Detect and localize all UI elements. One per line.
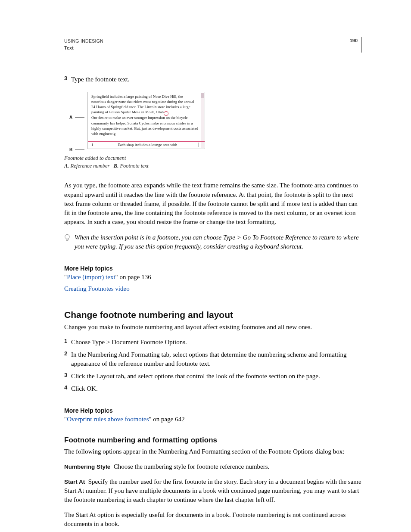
- figure-footnote-text: Each shop includes a lounge area with: [100, 143, 199, 147]
- figure-para1: Springfield includes a large painting of…: [91, 94, 194, 114]
- step-text: Choose Type > Document Footnote Options.: [71, 338, 187, 347]
- link-overprint-rules[interactable]: Overprint rules above footnotes: [67, 416, 149, 423]
- step-text: Type the footnote text.: [71, 75, 130, 84]
- section3-after-para: The Start At option is especially useful…: [64, 510, 361, 529]
- svg-point-0: [65, 234, 69, 239]
- figure-textframe: Springfield includes a large painting of…: [87, 92, 205, 149]
- page-header: USING INDESIGN Text 190: [64, 38, 361, 53]
- header-section: Text: [64, 45, 103, 52]
- body-paragraph: As you type, the footnote area expands w…: [64, 181, 361, 227]
- callout-a: A: [69, 115, 84, 120]
- more-help-heading-2: More Help topics: [64, 407, 361, 414]
- step-number: 3: [64, 75, 71, 84]
- more-help-heading: More Help topics: [64, 265, 361, 272]
- heading-footnote-options: Footnote numbering and formatting option…: [64, 436, 361, 445]
- lightbulb-icon: [64, 233, 71, 251]
- help-link-line-1: "Place (import) text" on page 136: [64, 274, 361, 281]
- step-3: 3 Type the footnote text.: [64, 75, 361, 84]
- link-creating-footnotes-video[interactable]: Creating Footnotes video: [64, 285, 130, 292]
- caption-b-label: B.: [114, 163, 118, 169]
- tip: When the insertion point is in a footnot…: [64, 233, 361, 251]
- header-doc-title: USING INDESIGN: [64, 38, 103, 45]
- figure-footnote-area: 1 Each shop includes a lounge area with: [88, 141, 205, 149]
- list-item: 2In the Numbering And Formatting tab, se…: [64, 350, 361, 368]
- option-label: Numbering Style: [64, 464, 110, 470]
- page: USING INDESIGN Text 190 3 Type the footn…: [0, 0, 411, 532]
- step-text: Click the Layout tab, and select options…: [71, 372, 320, 381]
- section2-intro: Changes you make to footnote numbering a…: [64, 323, 361, 332]
- callout-b: B: [69, 147, 84, 152]
- figure-footnote-number: 1: [91, 143, 93, 147]
- link-place-import-text[interactable]: Place (import) text: [67, 274, 115, 280]
- step-number: 1: [64, 338, 71, 347]
- step-number: 4: [64, 384, 71, 393]
- help-link-line-3: "Overprint rules above footnotes" on pag…: [64, 416, 361, 423]
- header-left: USING INDESIGN Text: [64, 38, 103, 52]
- caption-b-text: Footnote text: [120, 163, 148, 169]
- option-text: Specify the number used for the first fo…: [64, 478, 361, 503]
- step-text: Click OK.: [71, 384, 98, 393]
- tip-text: When the insertion point is in a footnot…: [75, 233, 361, 251]
- caption-title: Footnote added to document: [64, 155, 126, 161]
- heading-change-footnote: Change footnote numbering and layout: [64, 310, 361, 320]
- callout-a-letter: A: [69, 115, 72, 120]
- option-text: Choose the numbering style for footnote …: [114, 463, 270, 470]
- callout-b-letter: B: [69, 147, 72, 152]
- caption-a-label: A.: [64, 163, 69, 169]
- figure: A B Springfield includes a large paintin…: [64, 92, 361, 170]
- callout-tick: [75, 117, 84, 118]
- link-suffix: " on page 642: [149, 416, 185, 423]
- page-number: 190: [350, 38, 361, 43]
- section3-intro: The following options appear in the Numb…: [64, 447, 361, 456]
- help-link-line-2: Creating Footnotes video: [64, 285, 361, 292]
- figure-body-text: Springfield includes a large painting of…: [88, 92, 205, 138]
- caption-a-text: Reference number: [71, 163, 110, 169]
- list-item: 1Choose Type > Document Footnote Options…: [64, 338, 361, 347]
- option-start-at: Start At Specify the number used for the…: [64, 477, 361, 504]
- step-text: In the Numbering And Formatting tab, sel…: [71, 350, 361, 368]
- link-suffix: " on page 136: [115, 274, 151, 280]
- figure-para2: Our desire to make an ever stronger impr…: [91, 115, 198, 135]
- figure-scrollbar: [201, 93, 204, 148]
- list-item: 4Click OK.: [64, 384, 361, 393]
- section2-steps: 1Choose Type > Document Footnote Options…: [64, 338, 361, 393]
- option-numbering-style: Numbering Style Choose the numbering sty…: [64, 462, 361, 471]
- list-item: 3Click the Layout tab, and select option…: [64, 372, 361, 381]
- figure-callout-labels: A B: [69, 92, 87, 149]
- header-rule: [361, 37, 361, 53]
- step-number: 2: [64, 350, 71, 368]
- step-number: 3: [64, 372, 71, 381]
- callout-tick: [75, 149, 84, 150]
- figure-caption: Footnote added to document A. Reference …: [64, 154, 361, 170]
- option-label: Start At: [64, 479, 85, 485]
- page-number-wrap: 190: [350, 38, 361, 53]
